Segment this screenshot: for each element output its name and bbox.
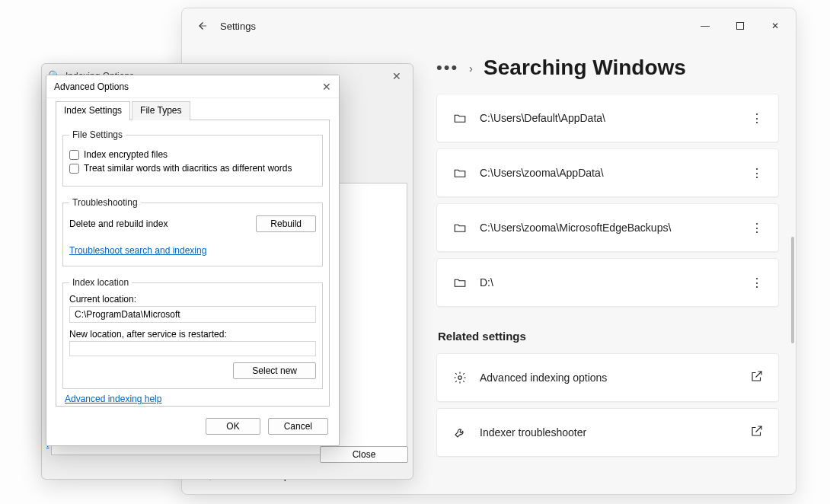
- external-link-icon: [748, 369, 766, 386]
- breadcrumb-ellipsis[interactable]: •••: [436, 64, 458, 72]
- close-button[interactable]: ✕: [322, 81, 331, 93]
- related-settings-heading: Related settings: [438, 330, 779, 343]
- cancel-button[interactable]: Cancel: [268, 418, 328, 435]
- maximize-icon: [736, 21, 745, 30]
- troubleshooting-legend: Troubleshooting: [69, 197, 141, 208]
- settings-content: ••• › Searching Windows C:\Users\Default…: [420, 43, 796, 494]
- chevron-right-icon: ›: [469, 62, 473, 75]
- wrench-icon: [449, 426, 471, 439]
- folder-icon: [449, 221, 471, 234]
- advanced-indexing-options-row[interactable]: Advanced indexing options: [436, 353, 779, 402]
- folder-icon: [449, 111, 471, 125]
- related-label: Advanced indexing options: [471, 372, 748, 384]
- folder-path: C:\Users\zooma\AppData\: [471, 167, 748, 179]
- more-button[interactable]: ⋮: [748, 221, 766, 235]
- back-button[interactable]: [185, 9, 219, 43]
- index-encrypted-checkbox[interactable]: Index encrypted files: [69, 149, 316, 160]
- page-title: Searching Windows: [484, 56, 686, 80]
- indexer-troubleshooter-row[interactable]: Indexer troubleshooter: [436, 408, 779, 457]
- tab-panel-index-settings: File Settings Index encrypted files Trea…: [56, 120, 330, 407]
- tab-file-types[interactable]: File Types: [132, 101, 190, 120]
- tab-strip: Index Settings File Types: [46, 101, 339, 120]
- gear-icon: [449, 371, 471, 384]
- folder-icon: [449, 166, 471, 180]
- diacritics-input[interactable]: [69, 164, 79, 174]
- diacritics-label: Treat similar words with diacritics as d…: [84, 163, 292, 174]
- advanced-options-dialog: Advanced Options ✕ Index Settings File T…: [46, 75, 340, 446]
- dialog-buttons: OK Cancel: [206, 418, 328, 435]
- svg-rect-1: [737, 23, 744, 30]
- more-button[interactable]: ⋮: [748, 111, 766, 126]
- folder-path: C:\Users\Default\AppData\: [471, 112, 748, 124]
- more-button[interactable]: ⋮: [748, 166, 766, 180]
- index-location-legend: Index location: [69, 277, 132, 288]
- related-label: Indexer troubleshooter: [471, 426, 748, 439]
- advanced-options-title: Advanced Options: [54, 81, 129, 92]
- current-location-label: Current location:: [69, 294, 316, 305]
- breadcrumb: ••• › Searching Windows: [436, 48, 779, 94]
- troubleshoot-link[interactable]: Troubleshoot search and indexing: [69, 245, 206, 256]
- file-settings-group: File Settings Index encrypted files Trea…: [62, 129, 323, 187]
- file-settings-legend: File Settings: [69, 129, 126, 140]
- ok-button[interactable]: OK: [206, 418, 260, 435]
- close-button[interactable]: ✕: [758, 14, 793, 38]
- excluded-folder-row[interactable]: C:\Users\Default\AppData\ ⋮: [436, 94, 779, 142]
- troubleshooting-group: Troubleshooting Delete and rebuild index…: [62, 197, 323, 266]
- advanced-options-titlebar: Advanced Options ✕: [46, 75, 339, 98]
- current-location-value: C:\ProgramData\Microsoft: [69, 306, 316, 323]
- excluded-folder-row[interactable]: D:\ ⋮: [436, 258, 779, 307]
- select-new-button[interactable]: Select new: [233, 362, 316, 379]
- excluded-folder-row[interactable]: C:\Users\zooma\AppData\ ⋮: [436, 148, 779, 197]
- index-encrypted-label: Index encrypted files: [84, 149, 168, 160]
- arrow-left-icon: [195, 19, 209, 33]
- svg-point-2: [458, 376, 462, 380]
- tab-index-settings[interactable]: Index Settings: [56, 101, 130, 120]
- rebuild-button[interactable]: Rebuild: [256, 215, 316, 232]
- folder-path: D:\: [471, 276, 748, 289]
- index-location-group: Index location Current location: C:\Prog…: [62, 277, 323, 389]
- settings-titlebar: Settings — ✕: [182, 8, 796, 43]
- index-encrypted-input[interactable]: [69, 150, 79, 160]
- indexing-close-button[interactable]: Close: [320, 446, 408, 463]
- close-button[interactable]: ✕: [381, 70, 413, 82]
- more-button[interactable]: ⋮: [748, 276, 766, 290]
- delete-rebuild-label: Delete and rebuild index: [69, 219, 168, 229]
- settings-app-title: Settings: [220, 21, 256, 32]
- folder-path: C:\Users\zooma\MicrosoftEdgeBackups\: [471, 222, 748, 234]
- window-controls: — ✕: [688, 14, 793, 38]
- folder-icon: [449, 276, 471, 289]
- new-location-label: New location, after service is restarted…: [69, 329, 316, 340]
- minimize-button[interactable]: —: [688, 14, 723, 38]
- maximize-button[interactable]: [723, 14, 758, 38]
- diacritics-checkbox[interactable]: Treat similar words with diacritics as d…: [69, 163, 316, 174]
- external-link-icon: [748, 424, 766, 441]
- advanced-indexing-help-link[interactable]: Advanced indexing help: [65, 394, 161, 404]
- excluded-folder-row[interactable]: C:\Users\zooma\MicrosoftEdgeBackups\ ⋮: [436, 203, 779, 252]
- scrollbar[interactable]: [791, 237, 794, 343]
- new-location-value: [69, 341, 316, 356]
